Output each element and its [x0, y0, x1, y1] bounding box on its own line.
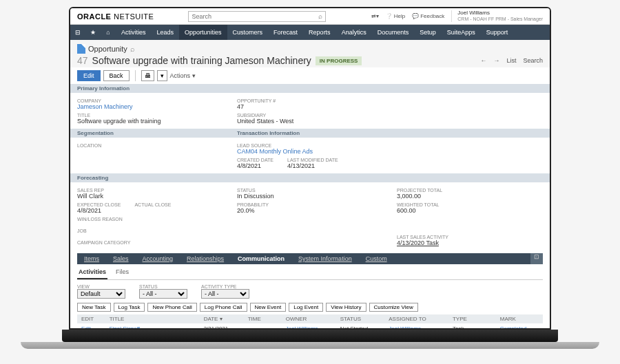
- search-icon[interactable]: ⌕: [318, 12, 322, 20]
- row-edit[interactable]: Edit: [77, 323, 105, 330]
- th-time[interactable]: TIME: [244, 314, 282, 323]
- tab-expand-icon[interactable]: ⊡: [530, 253, 543, 264]
- row-type: Task: [448, 323, 496, 330]
- search-input[interactable]: [192, 13, 318, 20]
- activities-table: EDIT TITLE DATE ▾ TIME OWNER STATUS ASSI…: [77, 314, 543, 330]
- th-assigned[interactable]: ASSIGNED TO: [384, 314, 448, 323]
- opp-value: 47: [237, 103, 383, 110]
- tab-communication[interactable]: Communication: [231, 253, 291, 264]
- tab-items[interactable]: Items: [77, 253, 106, 264]
- list-link[interactable]: List: [506, 57, 516, 64]
- nav-leads[interactable]: Leads: [152, 25, 180, 40]
- new-event-button[interactable]: New Event: [250, 303, 287, 312]
- table-row: EditFinal Signoff3/31/2021Joel WilliamsN…: [77, 323, 543, 330]
- last-sales-value[interactable]: 4/13/2020 Task: [397, 239, 543, 246]
- home-icon[interactable]: ⌂: [101, 29, 116, 36]
- status-badge: IN PROGRESS: [316, 56, 362, 65]
- fc-status-value: In Discussion: [237, 193, 383, 200]
- customize-view-button[interactable]: Customize View: [369, 303, 418, 312]
- tab-accounting[interactable]: Accounting: [136, 253, 180, 264]
- nav-analytics[interactable]: Analytics: [336, 25, 372, 40]
- row-owner[interactable]: Joel Williams: [282, 323, 336, 330]
- sub-value: United States - West: [237, 118, 383, 125]
- activity-toolbar: New Task Log Task New Phone Call Log Pho…: [77, 303, 543, 312]
- th-edit[interactable]: EDIT: [77, 314, 105, 323]
- page-title: Software upgrade with training Jameson M…: [92, 55, 311, 66]
- edit-button[interactable]: Edit: [77, 70, 101, 81]
- nav-opportunities[interactable]: Opportunities: [179, 25, 227, 40]
- record-icon: [77, 44, 85, 54]
- help-link[interactable]: ❔ Help: [386, 13, 405, 19]
- th-type[interactable]: TYPE: [448, 314, 496, 323]
- tab-system[interactable]: System Information: [291, 253, 359, 264]
- subtab-activities[interactable]: Activities: [77, 267, 107, 279]
- tab-sales[interactable]: Sales: [106, 253, 136, 264]
- view-label: VIEW: [77, 284, 125, 289]
- breadcrumb-search-icon[interactable]: ⌕: [130, 45, 135, 53]
- user-menu[interactable]: Joel Williams CRM - NOAH FF PRM - Sales …: [451, 10, 543, 21]
- view-history-button[interactable]: View History: [326, 303, 366, 312]
- th-owner[interactable]: OWNER: [282, 314, 336, 323]
- title-value: Software upgrade with training: [77, 118, 223, 125]
- weighted-value: 600.00: [397, 207, 543, 214]
- row-mark[interactable]: Completed: [496, 323, 543, 330]
- log-task-button[interactable]: Log Task: [114, 303, 145, 312]
- camp-label: CAMPAIGN CATEGORY: [77, 240, 223, 245]
- nav-activities[interactable]: Activities: [116, 25, 152, 40]
- rep-label: SALES REP: [77, 188, 223, 193]
- nav-toggle-icon[interactable]: ⊟: [70, 29, 85, 36]
- nav-support[interactable]: Support: [481, 25, 514, 40]
- row-title[interactable]: Final Signoff: [105, 323, 200, 330]
- title-label: TITLE: [77, 113, 223, 118]
- exp-close-label: EXPECTED CLOSE: [77, 202, 121, 207]
- row-assigned[interactable]: Joel Williams: [384, 323, 448, 330]
- prev-record-icon[interactable]: ←: [480, 57, 486, 64]
- company-value[interactable]: Jameson Machinery: [77, 103, 223, 110]
- type-select[interactable]: - All -: [201, 289, 249, 299]
- status-select[interactable]: - All -: [139, 289, 187, 299]
- nav-documents[interactable]: Documents: [372, 25, 415, 40]
- exp-close-value: 4/8/2021: [77, 207, 121, 214]
- breadcrumb: Opportunity: [88, 45, 127, 53]
- log-phone-button[interactable]: Log Phone Call: [200, 303, 247, 312]
- nav-suiteapps[interactable]: SuiteApps: [442, 25, 481, 40]
- global-search[interactable]: ⌕: [188, 11, 326, 22]
- search-link[interactable]: Search: [523, 57, 543, 64]
- print-icon[interactable]: 🖶: [141, 70, 154, 81]
- next-record-icon[interactable]: →: [493, 57, 499, 64]
- log-event-button[interactable]: Log Event: [289, 303, 323, 312]
- nav-setup[interactable]: Setup: [414, 25, 442, 40]
- record-number: 47: [77, 55, 88, 66]
- tab-custom[interactable]: Custom: [359, 253, 394, 264]
- th-status[interactable]: STATUS: [336, 314, 385, 323]
- proj-label: PROJECTED TOTAL: [397, 188, 543, 193]
- record-tabs: Items Sales Accounting Relationships Com…: [77, 253, 543, 264]
- th-date[interactable]: DATE ▾: [200, 314, 244, 323]
- new-task-button[interactable]: New Task: [77, 303, 111, 312]
- actions-menu[interactable]: Actions ▾: [170, 72, 196, 79]
- prob-label: PROBABILITY: [237, 202, 383, 207]
- feedback-link[interactable]: 💬 Feedback: [412, 13, 444, 19]
- nav-customers[interactable]: Customers: [227, 25, 269, 40]
- language-icon[interactable]: ⇄▾: [371, 13, 379, 19]
- brand-bar: ORACLE NETSUITE ⌕ ⇄▾ ❔ Help 💬 Feedback J…: [70, 8, 550, 25]
- th-mark[interactable]: MARK: [496, 314, 543, 323]
- nav-reports[interactable]: Reports: [303, 25, 336, 40]
- nav-forecast[interactable]: Forecast: [268, 25, 303, 40]
- th-title[interactable]: TITLE: [105, 314, 200, 323]
- back-button[interactable]: Back: [103, 70, 130, 81]
- fc-status-label: STATUS: [237, 188, 383, 193]
- rep-value: Will Clark: [77, 193, 223, 200]
- created-value: 4/8/2021: [237, 162, 273, 169]
- row-status: Not Started: [336, 323, 385, 330]
- subtab-files[interactable]: Files: [114, 267, 130, 279]
- new-phone-button[interactable]: New Phone Call: [147, 303, 196, 312]
- print-dropdown-icon[interactable]: ▾: [157, 70, 167, 81]
- sub-label: SUBSIDIARY: [237, 113, 383, 118]
- created-label: CREATED DATE: [237, 158, 273, 162]
- tab-relationships[interactable]: Relationships: [180, 253, 231, 264]
- star-icon[interactable]: ★: [85, 29, 101, 36]
- brand-logo: ORACLE NETSUITE: [77, 12, 154, 21]
- lead-value[interactable]: CAM04 Monthly Online Ads: [237, 148, 543, 155]
- view-select[interactable]: Default: [77, 289, 125, 299]
